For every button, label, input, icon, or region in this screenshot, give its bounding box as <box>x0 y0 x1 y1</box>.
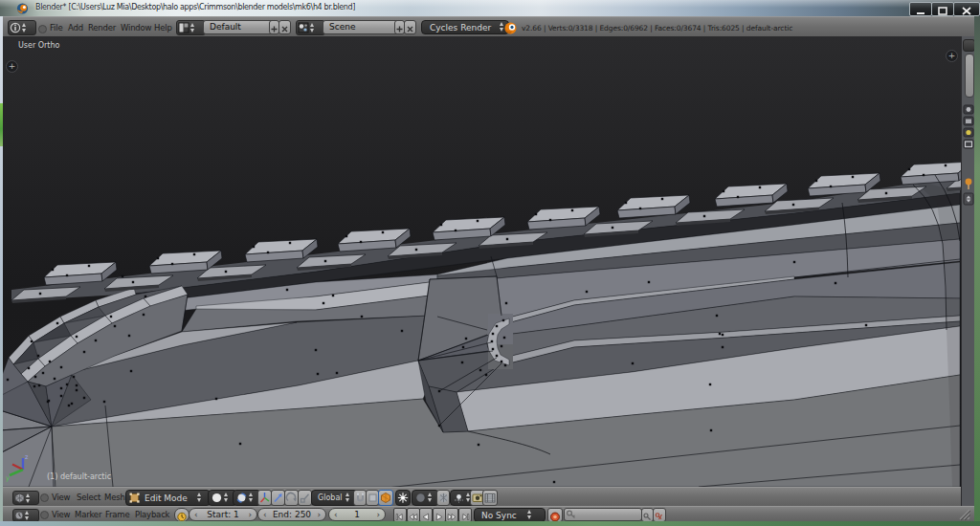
orientation-stepper-icon[interactable] <box>345 493 351 502</box>
mesh-vertex <box>332 295 334 296</box>
layout-stepper-icon[interactable] <box>189 23 196 33</box>
proportional-off-icon <box>415 493 426 503</box>
menu-select[interactable]: Select <box>77 493 100 502</box>
toolshelf-open-icon[interactable]: + <box>6 60 18 73</box>
manipulator-rotate-button[interactable] <box>284 490 299 506</box>
next-keyframe-button[interactable] <box>445 508 458 522</box>
mesh-vertex <box>71 403 73 405</box>
properties-scrollbar[interactable] <box>965 54 974 98</box>
prev-keyframe-button[interactable] <box>407 508 420 522</box>
editor-type-button-info[interactable] <box>8 20 36 35</box>
editor-type-button-3dview[interactable] <box>12 491 39 505</box>
mesh-vertex <box>492 333 494 335</box>
frame-start-field[interactable]: Start: 1 <box>189 508 257 521</box>
shading-stepper-icon[interactable] <box>223 493 230 502</box>
render-engine-dropdown[interactable]: Cycles Render <box>421 20 509 34</box>
mesh-vertex <box>49 361 51 362</box>
menu-mesh[interactable]: Mesh <box>104 493 125 502</box>
opengl-render-anim-button[interactable] <box>482 490 498 506</box>
manipulator-scale-button[interactable] <box>298 490 312 506</box>
properties-region-open-icon[interactable]: + <box>946 50 958 62</box>
screen-layout-field[interactable]: Default <box>203 20 276 34</box>
sync-dropdown[interactable]: No Sync <box>474 508 546 522</box>
maximize-button[interactable] <box>931 2 954 16</box>
collapse-menus-toggle[interactable] <box>38 25 47 33</box>
mesh-vertex <box>485 374 487 376</box>
autokey-record-button[interactable] <box>547 508 563 522</box>
mesh-face <box>52 269 54 271</box>
mesh-vertex <box>462 346 464 348</box>
menu-view-timeline[interactable]: View <box>52 510 70 519</box>
scene-stepper-icon[interactable] <box>309 23 316 33</box>
mesh-vertex <box>33 385 35 387</box>
delete-layout-button[interactable] <box>278 20 291 34</box>
menu-help[interactable]: Help <box>154 23 172 33</box>
menu-marker[interactable]: Marker <box>75 510 101 519</box>
properties-panel-strip[interactable] <box>961 36 975 506</box>
screen-layout-icon-button[interactable] <box>176 20 206 35</box>
play-reverse-button[interactable] <box>419 508 433 522</box>
mesh-vertex <box>465 338 467 340</box>
mesh-vertex <box>461 362 463 363</box>
snap-element-button[interactable] <box>366 490 379 506</box>
collapse-menus-toggle[interactable] <box>40 493 49 502</box>
proportional-stepper-icon[interactable] <box>427 493 434 502</box>
menu-render[interactable]: Render <box>88 23 116 33</box>
editor-stepper-icon[interactable] <box>21 23 28 33</box>
editor-type-button-timeline[interactable] <box>12 509 39 522</box>
collapse-menus-toggle[interactable] <box>40 511 49 519</box>
scene-icon-button[interactable] <box>296 20 325 35</box>
manipulator-translate-button[interactable] <box>271 490 285 506</box>
play-forward-button[interactable] <box>433 508 446 522</box>
close-button[interactable] <box>953 2 980 16</box>
keying-set-field[interactable] <box>564 508 642 521</box>
sync-stepper-icon[interactable] <box>526 510 533 519</box>
frame-end-field[interactable]: End: 250 <box>257 508 326 521</box>
preview-range-toggle[interactable] <box>174 508 189 522</box>
current-frame-field[interactable]: 1 <box>328 508 386 521</box>
view3d-editor-icon <box>14 493 25 503</box>
mesh-vertex <box>716 315 718 317</box>
mesh-vertex <box>28 367 30 369</box>
mesh-vertex <box>478 444 479 446</box>
render-engine-value: Cycles Render <box>430 23 491 33</box>
pivot-stepper-icon[interactable] <box>248 493 255 502</box>
editor-stepper-icon[interactable] <box>25 493 32 503</box>
mesh-face <box>908 168 910 170</box>
minimize-button[interactable] <box>909 2 932 16</box>
snap-target-button[interactable] <box>395 490 411 506</box>
menu-playback[interactable]: Playback <box>135 510 169 519</box>
mesh-vertex <box>95 340 97 341</box>
mesh-vertex <box>122 275 123 277</box>
manipulator-toggle-button[interactable] <box>257 490 272 506</box>
falloff-button[interactable] <box>436 490 450 506</box>
snap-toggle-button[interactable] <box>353 490 367 506</box>
screen-layout-icon <box>178 22 189 33</box>
mesh-vertex <box>34 376 36 378</box>
mesh-face <box>455 230 457 231</box>
mesh-vertex <box>865 324 867 326</box>
properties-header-icons <box>963 103 974 247</box>
menu-add[interactable]: Add <box>68 23 83 33</box>
mesh-vertex <box>506 238 508 240</box>
menu-frame[interactable]: Frame <box>105 510 129 519</box>
mesh-vertex <box>73 376 75 378</box>
menu-file[interactable]: File <box>50 23 62 33</box>
proportional-edit-dropdown[interactable] <box>412 490 439 506</box>
title-bar[interactable]: Blender* [C:\Users\Luz Mia\Desktop\halo … <box>0 0 980 17</box>
resize-grip-icon[interactable] <box>956 508 971 521</box>
jump-to-start-button[interactable] <box>393 508 407 522</box>
delete-scene-button[interactable] <box>404 20 416 34</box>
snap-face-button[interactable] <box>378 490 393 506</box>
mode-dropdown[interactable]: Edit Mode <box>125 490 211 506</box>
viewport-3d[interactable]: User Ortho + + z y (1) default-arctic <box>3 36 961 487</box>
menu-window[interactable]: Window <box>121 23 151 33</box>
editor-stepper-icon[interactable] <box>24 511 31 520</box>
scene-name-field[interactable]: Scene <box>323 20 401 34</box>
mode-stepper-icon[interactable] <box>196 493 203 502</box>
menu-view[interactable]: View <box>52 493 70 502</box>
delete-keyframe-button[interactable] <box>653 508 666 522</box>
mesh-vertex <box>503 337 505 339</box>
mesh-vertex <box>38 384 40 386</box>
jump-to-end-button[interactable] <box>458 508 472 522</box>
